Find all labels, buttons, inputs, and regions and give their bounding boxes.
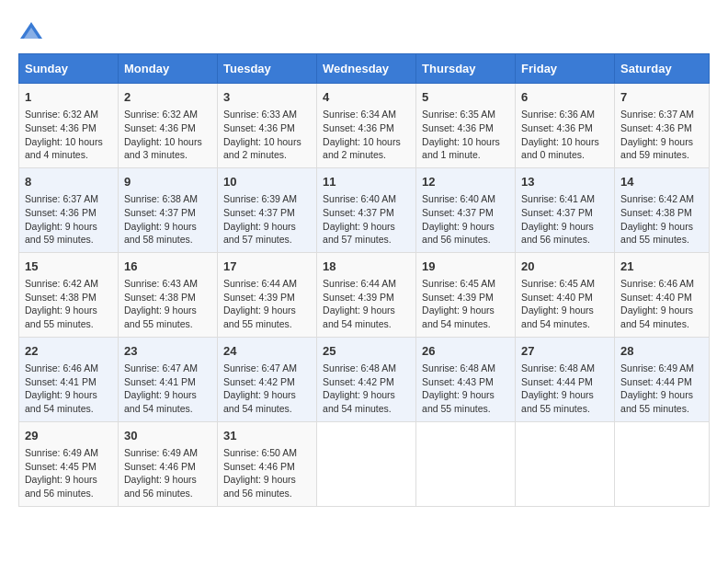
column-header-sunday: Sunday [19,54,119,84]
calendar-day-cell: 19Sunrise: 6:45 AM Sunset: 4:39 PM Dayli… [416,252,516,337]
day-info: Sunrise: 6:42 AM Sunset: 4:38 PM Dayligh… [25,277,112,331]
day-info: Sunrise: 6:40 AM Sunset: 4:37 PM Dayligh… [323,192,410,247]
day-info: Sunrise: 6:45 AM Sunset: 4:39 PM Dayligh… [422,277,509,331]
day-number: 30 [124,428,211,444]
day-info: Sunrise: 6:40 AM Sunset: 4:37 PM Dayligh… [422,192,509,247]
calendar-day-cell: 3Sunrise: 6:33 AM Sunset: 4:36 PM Daylig… [218,84,317,168]
calendar-day-cell: 30Sunrise: 6:49 AM Sunset: 4:46 PM Dayli… [119,421,218,506]
day-info: Sunrise: 6:48 AM Sunset: 4:43 PM Dayligh… [422,362,509,416]
page-header [18,18,710,44]
day-info: Sunrise: 6:34 AM Sunset: 4:36 PM Dayligh… [323,108,410,162]
column-header-saturday: Saturday [615,54,710,84]
column-header-monday: Monday [119,54,218,84]
day-info: Sunrise: 6:47 AM Sunset: 4:41 PM Dayligh… [124,362,211,416]
day-number: 21 [620,259,703,275]
day-number: 17 [223,259,311,275]
day-number: 6 [521,89,609,106]
calendar-header-row: SundayMondayTuesdayWednesdayThursdayFrid… [19,54,710,84]
day-number: 14 [620,174,703,190]
day-info: Sunrise: 6:48 AM Sunset: 4:44 PM Dayligh… [521,362,609,416]
day-number: 11 [323,174,410,190]
day-info: Sunrise: 6:35 AM Sunset: 4:36 PM Dayligh… [422,108,509,162]
calendar-day-cell: 11Sunrise: 6:40 AM Sunset: 4:37 PM Dayli… [317,167,416,252]
day-number: 3 [223,89,311,106]
calendar-day-cell: 12Sunrise: 6:40 AM Sunset: 4:37 PM Dayli… [416,167,516,252]
calendar-day-cell: 5Sunrise: 6:35 AM Sunset: 4:36 PM Daylig… [416,84,516,168]
calendar-week-row: 8Sunrise: 6:37 AM Sunset: 4:36 PM Daylig… [19,167,710,252]
calendar-day-cell: 9Sunrise: 6:38 AM Sunset: 4:37 PM Daylig… [119,167,218,252]
calendar-day-cell: 8Sunrise: 6:37 AM Sunset: 4:36 PM Daylig… [19,167,119,252]
calendar-week-row: 22Sunrise: 6:46 AM Sunset: 4:41 PM Dayli… [19,337,710,421]
day-number: 25 [323,343,410,360]
empty-cell [317,421,416,506]
calendar-day-cell: 18Sunrise: 6:44 AM Sunset: 4:39 PM Dayli… [317,252,416,337]
day-number: 28 [620,343,703,360]
day-info: Sunrise: 6:49 AM Sunset: 4:46 PM Dayligh… [124,446,211,500]
day-info: Sunrise: 6:37 AM Sunset: 4:36 PM Dayligh… [620,108,703,162]
day-info: Sunrise: 6:37 AM Sunset: 4:36 PM Dayligh… [25,192,112,247]
day-number: 7 [620,89,703,106]
day-info: Sunrise: 6:38 AM Sunset: 4:37 PM Dayligh… [124,192,211,247]
day-info: Sunrise: 6:32 AM Sunset: 4:36 PM Dayligh… [25,108,112,162]
day-number: 19 [422,259,509,275]
empty-cell [516,421,615,506]
day-info: Sunrise: 6:44 AM Sunset: 4:39 PM Dayligh… [223,277,311,331]
calendar-day-cell: 15Sunrise: 6:42 AM Sunset: 4:38 PM Dayli… [19,252,119,337]
day-number: 15 [25,259,112,275]
day-number: 31 [223,428,311,444]
column-header-friday: Friday [516,54,615,84]
calendar-day-cell: 24Sunrise: 6:47 AM Sunset: 4:42 PM Dayli… [218,337,317,421]
column-header-tuesday: Tuesday [218,54,317,84]
day-number: 16 [124,259,211,275]
calendar-day-cell: 16Sunrise: 6:43 AM Sunset: 4:38 PM Dayli… [119,252,218,337]
calendar-day-cell: 22Sunrise: 6:46 AM Sunset: 4:41 PM Dayli… [19,337,119,421]
day-info: Sunrise: 6:49 AM Sunset: 4:44 PM Dayligh… [620,362,703,416]
logo [18,18,48,44]
day-info: Sunrise: 6:41 AM Sunset: 4:37 PM Dayligh… [521,192,609,247]
day-number: 5 [422,89,509,106]
calendar-day-cell: 4Sunrise: 6:34 AM Sunset: 4:36 PM Daylig… [317,84,416,168]
day-number: 9 [124,174,211,190]
day-info: Sunrise: 6:39 AM Sunset: 4:37 PM Dayligh… [223,192,311,247]
calendar-day-cell: 13Sunrise: 6:41 AM Sunset: 4:37 PM Dayli… [516,167,615,252]
day-number: 4 [323,89,410,106]
calendar-week-row: 1Sunrise: 6:32 AM Sunset: 4:36 PM Daylig… [19,84,710,168]
calendar-table: SundayMondayTuesdayWednesdayThursdayFrid… [18,53,710,507]
day-number: 8 [25,174,112,190]
calendar-day-cell: 31Sunrise: 6:50 AM Sunset: 4:46 PM Dayli… [218,421,317,506]
calendar-day-cell: 7Sunrise: 6:37 AM Sunset: 4:36 PM Daylig… [615,84,710,168]
day-info: Sunrise: 6:36 AM Sunset: 4:36 PM Dayligh… [521,108,609,162]
calendar-day-cell: 25Sunrise: 6:48 AM Sunset: 4:42 PM Dayli… [317,337,416,421]
calendar-day-cell: 1Sunrise: 6:32 AM Sunset: 4:36 PM Daylig… [19,84,119,168]
day-info: Sunrise: 6:42 AM Sunset: 4:38 PM Dayligh… [620,192,703,247]
day-info: Sunrise: 6:43 AM Sunset: 4:38 PM Dayligh… [124,277,211,331]
day-number: 13 [521,174,609,190]
day-info: Sunrise: 6:32 AM Sunset: 4:36 PM Dayligh… [124,108,211,162]
day-number: 29 [25,428,112,444]
calendar-day-cell: 20Sunrise: 6:45 AM Sunset: 4:40 PM Dayli… [516,252,615,337]
day-number: 2 [124,89,211,106]
day-number: 20 [521,259,609,275]
calendar-day-cell: 26Sunrise: 6:48 AM Sunset: 4:43 PM Dayli… [416,337,516,421]
empty-cell [615,421,710,506]
day-number: 10 [223,174,311,190]
day-info: Sunrise: 6:33 AM Sunset: 4:36 PM Dayligh… [223,108,311,162]
calendar-day-cell: 21Sunrise: 6:46 AM Sunset: 4:40 PM Dayli… [615,252,710,337]
day-info: Sunrise: 6:45 AM Sunset: 4:40 PM Dayligh… [521,277,609,331]
calendar-day-cell: 2Sunrise: 6:32 AM Sunset: 4:36 PM Daylig… [119,84,218,168]
day-info: Sunrise: 6:44 AM Sunset: 4:39 PM Dayligh… [323,277,410,331]
day-number: 12 [422,174,509,190]
calendar-day-cell: 28Sunrise: 6:49 AM Sunset: 4:44 PM Dayli… [615,337,710,421]
calendar-week-row: 15Sunrise: 6:42 AM Sunset: 4:38 PM Dayli… [19,252,710,337]
column-header-wednesday: Wednesday [317,54,416,84]
day-info: Sunrise: 6:49 AM Sunset: 4:45 PM Dayligh… [25,446,112,500]
empty-cell [416,421,516,506]
calendar-day-cell: 14Sunrise: 6:42 AM Sunset: 4:38 PM Dayli… [615,167,710,252]
day-number: 22 [25,343,112,360]
calendar-day-cell: 29Sunrise: 6:49 AM Sunset: 4:45 PM Dayli… [19,421,119,506]
logo-icon [18,18,44,44]
calendar-day-cell: 17Sunrise: 6:44 AM Sunset: 4:39 PM Dayli… [218,252,317,337]
day-number: 23 [124,343,211,360]
column-header-thursday: Thursday [416,54,516,84]
calendar-day-cell: 23Sunrise: 6:47 AM Sunset: 4:41 PM Dayli… [119,337,218,421]
